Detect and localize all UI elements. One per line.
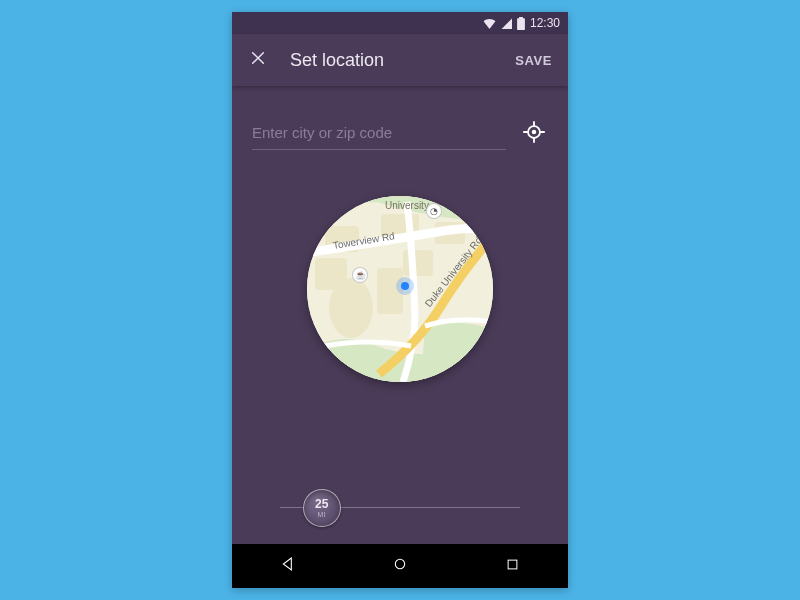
slider-value: 25 bbox=[315, 498, 328, 510]
search-field-wrap bbox=[252, 118, 506, 150]
nav-recent-button[interactable] bbox=[490, 544, 534, 588]
phone-frame: 12:30 Set location SAVE bbox=[232, 12, 568, 588]
map-container: Towerview Rd Duke University Rd Universi… bbox=[252, 196, 548, 382]
search-row bbox=[252, 118, 548, 150]
map-poi-university: University bbox=[385, 200, 429, 211]
close-icon bbox=[250, 50, 266, 70]
recent-icon bbox=[505, 557, 520, 576]
content-area: Towerview Rd Duke University Rd Universi… bbox=[232, 86, 568, 544]
nav-home-button[interactable] bbox=[378, 544, 422, 588]
svg-point-5 bbox=[329, 278, 373, 338]
status-bar: 12:30 bbox=[232, 12, 568, 34]
svg-point-1 bbox=[532, 130, 537, 135]
poi-icon: ◔ bbox=[427, 204, 441, 218]
map-graphic bbox=[307, 196, 493, 382]
page-title: Set location bbox=[290, 50, 511, 71]
home-icon bbox=[392, 556, 408, 576]
close-button[interactable] bbox=[244, 46, 272, 74]
crosshair-icon bbox=[523, 121, 545, 147]
svg-rect-7 bbox=[403, 250, 433, 276]
android-nav-bar bbox=[232, 544, 568, 588]
locate-me-button[interactable] bbox=[520, 120, 548, 148]
svg-point-10 bbox=[395, 559, 404, 568]
slider-unit: MI bbox=[317, 511, 326, 518]
battery-icon bbox=[517, 17, 525, 30]
radius-slider[interactable]: 25 MI bbox=[280, 507, 520, 508]
location-input[interactable] bbox=[252, 118, 506, 150]
cell-signal-icon bbox=[501, 18, 512, 29]
nav-back-button[interactable] bbox=[266, 544, 310, 588]
status-time: 12:30 bbox=[530, 16, 560, 30]
map-preview[interactable]: Towerview Rd Duke University Rd Universi… bbox=[307, 196, 493, 382]
wifi-icon bbox=[483, 18, 496, 29]
user-location-dot bbox=[401, 282, 409, 290]
svg-rect-11 bbox=[508, 560, 517, 569]
slider-track: 25 MI bbox=[280, 507, 520, 508]
back-icon bbox=[280, 556, 296, 576]
poi-icon: ☕ bbox=[353, 268, 367, 282]
app-bar: Set location SAVE bbox=[232, 34, 568, 86]
save-button[interactable]: SAVE bbox=[511, 45, 556, 76]
slider-thumb[interactable]: 25 MI bbox=[303, 489, 341, 527]
svg-rect-8 bbox=[377, 268, 403, 314]
